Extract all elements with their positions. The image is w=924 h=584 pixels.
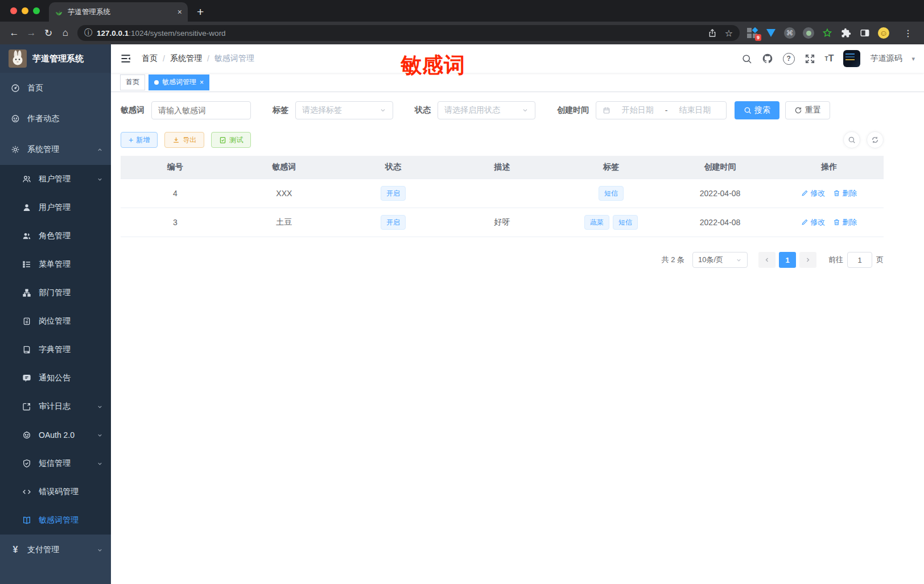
- breadcrumb-separator: /: [207, 54, 209, 63]
- cell-desc: [448, 179, 557, 208]
- reset-button[interactable]: 重置: [785, 101, 830, 119]
- export-button[interactable]: 导出: [164, 132, 204, 148]
- next-page-button[interactable]: [799, 252, 816, 268]
- refresh-table-icon-button[interactable]: [867, 131, 884, 148]
- id-badge-icon: [22, 317, 31, 326]
- sidebar-item-dict[interactable]: 字典管理: [0, 336, 111, 364]
- breadcrumb-system[interactable]: 系统管理: [170, 53, 202, 64]
- show-search-icon-button[interactable]: [843, 131, 860, 148]
- reload-icon[interactable]: ↻: [40, 27, 57, 39]
- tab-close-icon[interactable]: ×: [178, 7, 182, 16]
- tag-sensitive-word[interactable]: 敏感词管理 ×: [148, 74, 209, 90]
- extension-star-icon[interactable]: [822, 27, 833, 39]
- sidebar-item-post[interactable]: 岗位管理: [0, 307, 111, 336]
- goto-page-input[interactable]: [847, 252, 872, 268]
- page-size-value: 10条/页: [698, 255, 723, 265]
- table-toolbar: + 新增 导出 测试: [121, 131, 884, 148]
- open-book-icon: [22, 516, 31, 525]
- user-avatar[interactable]: [843, 50, 860, 67]
- new-tab-button[interactable]: +: [197, 6, 204, 18]
- org-tree-icon: [22, 288, 31, 297]
- sidebar-item-label: 审计日志: [39, 401, 71, 412]
- sidebar-item-notice[interactable]: 通知公告: [0, 364, 111, 392]
- date-separator: -: [665, 106, 668, 115]
- extension-grid-icon[interactable]: 9: [746, 27, 758, 39]
- keyword-input[interactable]: [151, 101, 251, 119]
- sidebar-item-system[interactable]: 系统管理: [0, 134, 111, 165]
- extension-record-icon[interactable]: [803, 27, 814, 39]
- document-check-icon: [219, 136, 226, 144]
- extensions-area: 9 ⌘ ☺ ⋮: [746, 27, 913, 39]
- tag-home[interactable]: 首页: [120, 74, 145, 90]
- sidebar-item-oauth[interactable]: OAuth 2.0: [0, 421, 111, 449]
- back-icon[interactable]: ←: [6, 27, 23, 39]
- extension-command-icon[interactable]: ⌘: [784, 27, 795, 39]
- sidebar-item-label: 错误码管理: [39, 487, 79, 497]
- font-size-icon[interactable]: TT: [825, 53, 834, 64]
- extensions-puzzle-icon[interactable]: [840, 27, 852, 39]
- status-select[interactable]: 请选择启用状态: [438, 101, 535, 119]
- edit-link[interactable]: 修改: [801, 188, 825, 198]
- browser-tab[interactable]: 芋道管理系统 ×: [49, 2, 188, 22]
- sidebar-item-label: 租户管理: [39, 174, 71, 184]
- fullscreen-icon[interactable]: [805, 53, 815, 64]
- delete-link[interactable]: 删除: [833, 188, 857, 198]
- filter-date-group: 创建时间 开始日期 - 结束日期: [557, 101, 727, 119]
- bookmark-star-icon[interactable]: ☆: [725, 28, 733, 39]
- sidebar-item-audit-log[interactable]: 审计日志: [0, 392, 111, 421]
- header-search-icon[interactable]: [741, 53, 752, 64]
- filter-keyword-group: 敏感词: [121, 101, 251, 119]
- minimize-window-button[interactable]: [22, 7, 28, 14]
- sidebar-item-home[interactable]: 首页: [0, 73, 111, 103]
- test-button[interactable]: 测试: [211, 132, 251, 148]
- sidebar-item-sensitive-word[interactable]: 敏感词管理: [0, 506, 111, 535]
- site-info-icon[interactable]: ⓘ: [84, 28, 92, 38]
- user-caret-icon[interactable]: ▾: [911, 55, 915, 63]
- sidebar-item-label: 作者动态: [27, 114, 59, 124]
- tag-close-icon[interactable]: ×: [200, 78, 204, 86]
- chevron-left-icon: [764, 256, 770, 263]
- filter-form: 敏感词 标签 请选择标签 状态 请选择启用状态: [121, 101, 884, 119]
- sidebar-item-label: 用户管理: [39, 202, 71, 213]
- browser-menu-icon[interactable]: ⋮: [904, 28, 913, 39]
- tag-select[interactable]: 请选择标签: [295, 101, 393, 119]
- sidebar-item-errorcode[interactable]: 错误码管理: [0, 478, 111, 506]
- sidebar-header[interactable]: 芋道管理系统: [0, 44, 111, 73]
- sidebar-item-dept[interactable]: 部门管理: [0, 279, 111, 307]
- forward-icon[interactable]: →: [23, 27, 40, 39]
- close-window-button[interactable]: [10, 7, 17, 14]
- side-panel-icon[interactable]: [859, 27, 871, 39]
- help-icon[interactable]: ?: [783, 53, 795, 65]
- address-bar[interactable]: ⓘ 127.0.0.1:1024/system/sensitive-word ☆: [77, 25, 740, 41]
- add-button[interactable]: + 新增: [121, 132, 158, 148]
- maximize-window-button[interactable]: [33, 7, 40, 14]
- sidebar-item-menu[interactable]: 菜单管理: [0, 250, 111, 279]
- sidebar-item-label: 菜单管理: [39, 259, 71, 270]
- delete-link[interactable]: 删除: [833, 217, 857, 227]
- sidebar-item-author-news[interactable]: 作者动态: [0, 103, 111, 134]
- date-range-picker[interactable]: 开始日期 - 结束日期: [596, 101, 727, 119]
- page-number-1[interactable]: 1: [779, 252, 796, 268]
- sidebar-item-tenant[interactable]: 租户管理: [0, 165, 111, 193]
- profile-avatar-icon[interactable]: ☺: [878, 27, 889, 39]
- cell-word: XXX: [230, 179, 339, 208]
- home-icon[interactable]: ⌂: [57, 27, 74, 39]
- sidebar-item-role[interactable]: 角色管理: [0, 222, 111, 250]
- extension-gem-icon[interactable]: [765, 27, 777, 39]
- share-icon[interactable]: [708, 28, 717, 38]
- edit-link[interactable]: 修改: [801, 217, 825, 227]
- hamburger-icon[interactable]: [120, 53, 131, 64]
- date-label: 创建时间: [557, 105, 589, 115]
- users-icon: [22, 175, 31, 184]
- search-button[interactable]: 搜索: [735, 101, 779, 119]
- sidebar-item-pay[interactable]: ¥ 支付管理: [0, 535, 111, 565]
- trash-icon: [833, 189, 840, 197]
- breadcrumb-home[interactable]: 首页: [142, 53, 158, 64]
- sidebar-item-user[interactable]: 用户管理: [0, 193, 111, 222]
- github-icon[interactable]: [762, 53, 773, 64]
- sidebar-item-sms[interactable]: 短信管理: [0, 449, 111, 478]
- page-size-select[interactable]: 10条/页: [692, 252, 748, 268]
- username[interactable]: 芋道源码: [870, 53, 902, 64]
- breadcrumb-separator: /: [163, 54, 165, 63]
- prev-page-button[interactable]: [758, 252, 776, 268]
